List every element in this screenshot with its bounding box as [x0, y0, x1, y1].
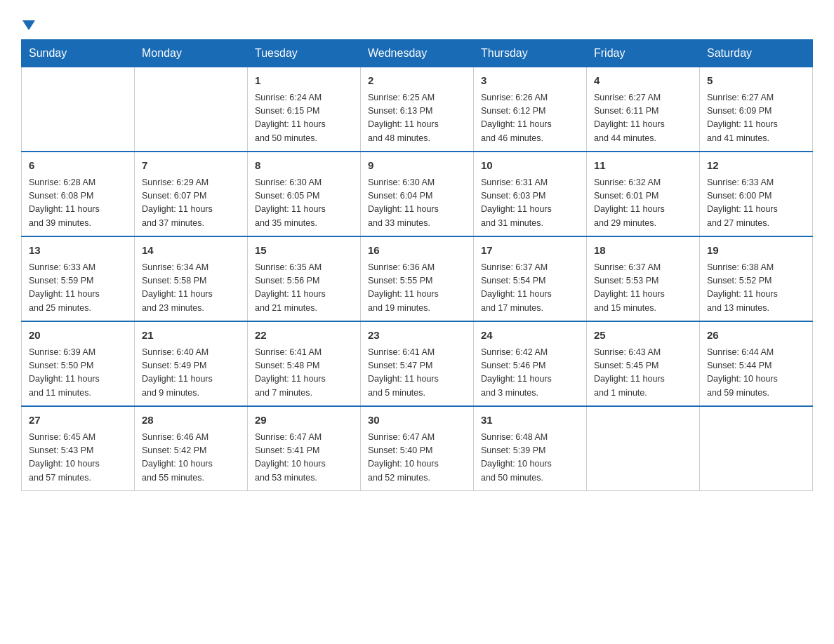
calendar-cell: 13Sunrise: 6:33 AMSunset: 5:59 PMDayligh…: [22, 236, 135, 321]
day-info: Sunrise: 6:42 AMSunset: 5:46 PMDaylight:…: [481, 346, 579, 401]
calendar-header-tuesday: Tuesday: [248, 40, 361, 67]
day-info: Sunrise: 6:36 AMSunset: 5:55 PMDaylight:…: [368, 261, 466, 316]
day-number: 24: [481, 328, 579, 344]
day-info: Sunrise: 6:47 AMSunset: 5:40 PMDaylight:…: [368, 431, 466, 485]
day-info: Sunrise: 6:38 AMSunset: 5:52 PMDaylight:…: [707, 261, 805, 316]
calendar-cell: 31Sunrise: 6:48 AMSunset: 5:39 PMDayligh…: [474, 406, 587, 491]
day-info: Sunrise: 6:28 AMSunset: 6:08 PMDaylight:…: [29, 176, 127, 231]
day-number: 19: [707, 243, 805, 259]
calendar-cell: 22Sunrise: 6:41 AMSunset: 5:48 PMDayligh…: [248, 321, 361, 406]
calendar-week-row: 13Sunrise: 6:33 AMSunset: 5:59 PMDayligh…: [22, 236, 813, 321]
calendar-cell: 28Sunrise: 6:46 AMSunset: 5:42 PMDayligh…: [135, 406, 248, 491]
day-info: Sunrise: 6:33 AMSunset: 6:00 PMDaylight:…: [707, 176, 805, 231]
day-info: Sunrise: 6:27 AMSunset: 6:11 PMDaylight:…: [594, 91, 692, 146]
calendar-cell: 11Sunrise: 6:32 AMSunset: 6:01 PMDayligh…: [587, 152, 700, 236]
calendar-cell: 12Sunrise: 6:33 AMSunset: 6:00 PMDayligh…: [700, 152, 813, 236]
calendar-header-thursday: Thursday: [474, 40, 587, 67]
day-number: 18: [594, 243, 692, 259]
calendar-cell: 26Sunrise: 6:44 AMSunset: 5:44 PMDayligh…: [700, 321, 813, 406]
day-number: 31: [481, 412, 579, 429]
day-number: 20: [29, 328, 127, 344]
day-info: Sunrise: 6:27 AMSunset: 6:09 PMDaylight:…: [707, 91, 805, 146]
day-number: 25: [594, 328, 692, 344]
day-info: Sunrise: 6:30 AMSunset: 6:04 PMDaylight:…: [368, 176, 466, 231]
calendar-cell: [700, 406, 813, 491]
day-info: Sunrise: 6:30 AMSunset: 6:05 PMDaylight:…: [255, 176, 353, 231]
calendar-cell: 15Sunrise: 6:35 AMSunset: 5:56 PMDayligh…: [248, 236, 361, 321]
calendar-table: SundayMondayTuesdayWednesdayThursdayFrid…: [21, 39, 813, 491]
day-info: Sunrise: 6:37 AMSunset: 5:53 PMDaylight:…: [594, 261, 692, 316]
calendar-cell: 7Sunrise: 6:29 AMSunset: 6:07 PMDaylight…: [135, 152, 248, 236]
day-number: 9: [368, 158, 466, 174]
day-number: 4: [594, 73, 692, 89]
calendar-cell: 27Sunrise: 6:45 AMSunset: 5:43 PMDayligh…: [22, 406, 135, 491]
calendar-cell: [22, 67, 135, 152]
day-number: 23: [368, 328, 466, 344]
day-number: 16: [368, 243, 466, 259]
day-info: Sunrise: 6:32 AMSunset: 6:01 PMDaylight:…: [594, 176, 692, 231]
day-number: 1: [255, 73, 353, 89]
day-info: Sunrise: 6:25 AMSunset: 6:13 PMDaylight:…: [368, 91, 466, 146]
day-info: Sunrise: 6:40 AMSunset: 5:49 PMDaylight:…: [142, 346, 240, 401]
day-info: Sunrise: 6:37 AMSunset: 5:54 PMDaylight:…: [481, 261, 579, 316]
day-number: 8: [255, 158, 353, 174]
day-number: 21: [142, 328, 240, 344]
day-number: 7: [142, 158, 240, 174]
calendar-cell: 30Sunrise: 6:47 AMSunset: 5:40 PMDayligh…: [361, 406, 474, 491]
day-number: 13: [29, 243, 127, 259]
day-number: 30: [368, 412, 466, 429]
calendar-header-friday: Friday: [587, 40, 700, 67]
calendar-cell: 4Sunrise: 6:27 AMSunset: 6:11 PMDaylight…: [587, 67, 700, 152]
calendar-cell: 9Sunrise: 6:30 AMSunset: 6:04 PMDaylight…: [361, 152, 474, 236]
day-info: Sunrise: 6:43 AMSunset: 5:45 PMDaylight:…: [594, 346, 692, 401]
day-number: 2: [368, 73, 466, 89]
day-info: Sunrise: 6:47 AMSunset: 5:41 PMDaylight:…: [255, 431, 353, 485]
day-info: Sunrise: 6:41 AMSunset: 5:47 PMDaylight:…: [368, 346, 466, 401]
day-info: Sunrise: 6:39 AMSunset: 5:50 PMDaylight:…: [29, 346, 127, 401]
calendar-cell: 8Sunrise: 6:30 AMSunset: 6:05 PMDaylight…: [248, 152, 361, 236]
day-info: Sunrise: 6:31 AMSunset: 6:03 PMDaylight:…: [481, 176, 579, 231]
day-number: 29: [255, 412, 353, 429]
day-number: 14: [142, 243, 240, 259]
calendar-cell: 14Sunrise: 6:34 AMSunset: 5:58 PMDayligh…: [135, 236, 248, 321]
calendar-header-sunday: Sunday: [22, 40, 135, 67]
day-info: Sunrise: 6:41 AMSunset: 5:48 PMDaylight:…: [255, 346, 353, 401]
calendar-cell: 3Sunrise: 6:26 AMSunset: 6:12 PMDaylight…: [474, 67, 587, 152]
day-number: 17: [481, 243, 579, 259]
logo-text: [21, 14, 35, 32]
calendar-cell: 10Sunrise: 6:31 AMSunset: 6:03 PMDayligh…: [474, 152, 587, 236]
calendar-header-row: SundayMondayTuesdayWednesdayThursdayFrid…: [22, 40, 813, 67]
calendar-week-row: 27Sunrise: 6:45 AMSunset: 5:43 PMDayligh…: [22, 406, 813, 491]
day-number: 12: [707, 158, 805, 174]
calendar-cell: 17Sunrise: 6:37 AMSunset: 5:54 PMDayligh…: [474, 236, 587, 321]
day-number: 3: [481, 73, 579, 89]
calendar-cell: 23Sunrise: 6:41 AMSunset: 5:47 PMDayligh…: [361, 321, 474, 406]
calendar-cell: 21Sunrise: 6:40 AMSunset: 5:49 PMDayligh…: [135, 321, 248, 406]
day-number: 6: [29, 158, 127, 174]
calendar-cell: [587, 406, 700, 491]
logo-triangle-icon: [22, 20, 35, 30]
day-info: Sunrise: 6:44 AMSunset: 5:44 PMDaylight:…: [707, 346, 805, 401]
calendar-cell: 29Sunrise: 6:47 AMSunset: 5:41 PMDayligh…: [248, 406, 361, 491]
day-number: 28: [142, 412, 240, 429]
calendar-cell: [135, 67, 248, 152]
day-info: Sunrise: 6:26 AMSunset: 6:12 PMDaylight:…: [481, 91, 579, 146]
day-info: Sunrise: 6:35 AMSunset: 5:56 PMDaylight:…: [255, 261, 353, 316]
page-header: [21, 14, 813, 32]
day-info: Sunrise: 6:34 AMSunset: 5:58 PMDaylight:…: [142, 261, 240, 316]
calendar-header-wednesday: Wednesday: [361, 40, 474, 67]
calendar-header-saturday: Saturday: [700, 40, 813, 67]
day-info: Sunrise: 6:45 AMSunset: 5:43 PMDaylight:…: [29, 431, 127, 485]
calendar-cell: 19Sunrise: 6:38 AMSunset: 5:52 PMDayligh…: [700, 236, 813, 321]
day-number: 27: [29, 412, 127, 429]
day-info: Sunrise: 6:33 AMSunset: 5:59 PMDaylight:…: [29, 261, 127, 316]
day-number: 15: [255, 243, 353, 259]
day-info: Sunrise: 6:29 AMSunset: 6:07 PMDaylight:…: [142, 176, 240, 231]
day-number: 5: [707, 73, 805, 89]
calendar-week-row: 1Sunrise: 6:24 AMSunset: 6:15 PMDaylight…: [22, 67, 813, 152]
day-number: 22: [255, 328, 353, 344]
calendar-cell: 18Sunrise: 6:37 AMSunset: 5:53 PMDayligh…: [587, 236, 700, 321]
day-info: Sunrise: 6:48 AMSunset: 5:39 PMDaylight:…: [481, 431, 579, 485]
calendar-cell: 6Sunrise: 6:28 AMSunset: 6:08 PMDaylight…: [22, 152, 135, 236]
day-number: 11: [594, 158, 692, 174]
